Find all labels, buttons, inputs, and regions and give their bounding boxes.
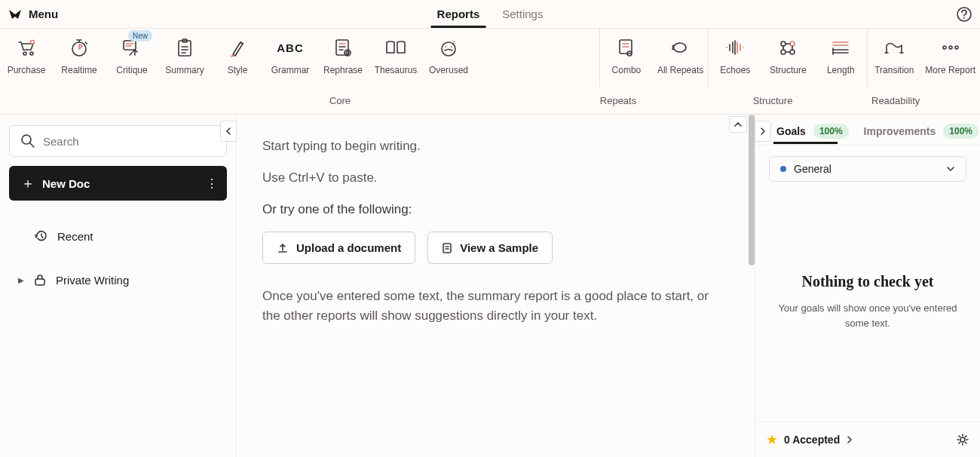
tool-label: Overused	[429, 65, 468, 75]
cart-icon	[16, 38, 37, 57]
svg-rect-7	[179, 41, 191, 56]
chevron-left-icon	[225, 127, 232, 136]
more-dots-icon[interactable]: ⋮	[206, 176, 216, 191]
logo-icon	[8, 7, 23, 22]
style-icon	[229, 38, 246, 57]
sidebar-label: Recent	[57, 230, 93, 243]
panel-collapse-button[interactable]	[755, 121, 771, 142]
tool-label: All Repeats	[657, 65, 703, 75]
repeats-icon	[671, 38, 691, 57]
menu-label: Menu	[29, 8, 58, 20]
grammar-icon: ABC	[277, 38, 304, 57]
tool-more-reports[interactable]: More Report	[920, 29, 980, 87]
upload-document-button[interactable]: Upload a document	[262, 232, 415, 264]
group-core: Core	[124, 95, 556, 106]
editor-collapse-up-button[interactable]	[729, 116, 747, 133]
more-icon	[942, 38, 960, 57]
empty-state-subtitle: Your goals will show once you've entered…	[770, 301, 965, 330]
upload-icon	[277, 242, 289, 254]
svg-rect-6	[124, 41, 136, 50]
rephrase-icon	[333, 38, 353, 57]
tool-summary[interactable]: Summary	[158, 29, 211, 87]
overused-icon: z	[439, 38, 458, 57]
svg-point-17	[790, 50, 795, 54]
chevron-down-icon	[946, 165, 955, 173]
svg-point-18	[943, 46, 946, 49]
tool-critique[interactable]: New Critique	[106, 29, 158, 87]
scrollbar[interactable]	[749, 115, 755, 265]
tool-overused[interactable]: z Overused	[422, 29, 475, 87]
history-icon	[35, 229, 48, 243]
sidebar-collapse-button[interactable]	[220, 121, 237, 142]
empty-state-title: Nothing to check yet	[802, 273, 934, 290]
svg-point-3	[30, 52, 33, 55]
tool-label: Realtime	[61, 65, 96, 75]
svg-point-1	[963, 17, 965, 19]
group-structure: Structure	[680, 95, 865, 106]
combo-icon	[617, 38, 636, 57]
tool-label: Combo	[612, 65, 642, 75]
editor-paragraph: Once you've entered some text, the summa…	[262, 287, 729, 325]
chevron-right-icon	[759, 127, 767, 136]
tool-structure[interactable]: Structure	[761, 29, 814, 87]
echoes-icon	[724, 38, 746, 57]
tool-purchase[interactable]: Purchase	[0, 29, 53, 87]
sidebar-item-private-writing[interactable]: ▶ Private Writing	[6, 265, 227, 294]
tab-improvements[interactable]: Improvements	[864, 125, 936, 137]
tool-label: More Report	[925, 65, 975, 75]
help-icon[interactable]	[956, 6, 972, 23]
tool-thesaurus[interactable]: Thesaurus	[369, 29, 422, 87]
tool-label: Rephrase	[323, 65, 363, 75]
general-dropdown[interactable]: General	[769, 156, 966, 182]
svg-point-14	[781, 41, 786, 46]
view-sample-button[interactable]: View a Sample	[427, 232, 553, 264]
search-box[interactable]	[9, 125, 227, 157]
settings-gear-icon[interactable]	[956, 433, 969, 446]
length-icon	[830, 38, 851, 57]
tool-echoes[interactable]: Echoes	[709, 29, 761, 87]
structure-icon	[778, 38, 798, 57]
lock-icon	[33, 273, 47, 287]
status-dot-icon	[780, 166, 786, 172]
svg-point-4	[31, 41, 35, 44]
document-icon	[442, 242, 452, 254]
chevron-right-icon[interactable]	[846, 436, 855, 443]
search-input[interactable]	[43, 135, 216, 148]
editor-hint-1: Start typing to begin writing.	[262, 137, 729, 155]
tool-grammar[interactable]: ABC Grammar	[264, 29, 317, 87]
tool-label: Purchase	[8, 65, 46, 75]
tool-label: Critique	[116, 65, 147, 75]
editor-area[interactable]: Start typing to begin writing. Use Ctrl+…	[237, 115, 755, 457]
tab-goals[interactable]: Goals	[776, 125, 806, 137]
tool-all-repeats[interactable]: All Repeats	[653, 29, 708, 87]
thesaurus-icon	[384, 38, 407, 57]
tool-combo[interactable]: Combo	[600, 29, 653, 87]
svg-point-16	[781, 50, 786, 54]
new-doc-button[interactable]: ＋ New Doc ⋮	[9, 166, 227, 201]
accepted-count[interactable]: 0 Accepted	[784, 434, 840, 446]
tool-transition[interactable]: Transition	[868, 29, 920, 87]
summary-icon	[176, 38, 194, 57]
tool-label: Thesaurus	[375, 65, 418, 75]
svg-point-21	[22, 135, 31, 144]
improvements-percent-badge: 100%	[943, 124, 978, 139]
svg-rect-22	[35, 279, 44, 285]
tool-rephrase[interactable]: Rephrase	[317, 29, 369, 87]
tab-reports[interactable]: Reports	[437, 0, 480, 28]
star-icon: ★	[766, 431, 778, 448]
tool-label: Structure	[770, 65, 807, 75]
chevron-up-icon	[733, 121, 743, 128]
tool-style[interactable]: Style	[211, 29, 264, 87]
editor-hint-2: Use Ctrl+V to paste.	[262, 169, 729, 187]
sidebar-label: Private Writing	[56, 274, 129, 287]
goals-percent-badge: 100%	[813, 124, 849, 139]
tab-settings[interactable]: Settings	[502, 0, 543, 28]
tool-label: Echoes	[720, 65, 750, 75]
tool-label: Grammar	[271, 65, 310, 75]
menu-button[interactable]: Menu	[8, 7, 58, 22]
tool-length[interactable]: Length	[814, 29, 867, 87]
sample-label: View a Sample	[460, 241, 538, 254]
sidebar-item-recent[interactable]: Recent	[9, 222, 227, 250]
transition-icon	[884, 38, 905, 57]
tool-realtime[interactable]: Realtime	[53, 29, 106, 87]
